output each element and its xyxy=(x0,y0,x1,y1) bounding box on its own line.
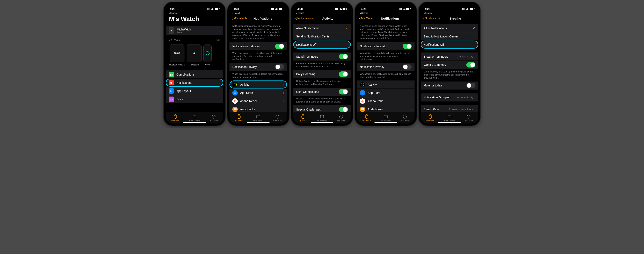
gallery-icon xyxy=(320,114,324,119)
row-notifications[interactable]: ◉ Notifications xyxy=(166,79,223,87)
row-allow-notifications[interactable]: Allow Notifications xyxy=(421,24,478,32)
toggle-coaching[interactable] xyxy=(339,71,348,77)
face-activity[interactable]: Activi xyxy=(203,44,212,66)
row-breathe-reminders[interactable]: Breathe Reminders 2 times a day xyxy=(421,53,478,61)
face-infograph[interactable]: 🕙 Infograph xyxy=(187,44,202,66)
chevron-right-icon xyxy=(283,83,284,86)
notch xyxy=(180,2,209,8)
back-to-search[interactable]: Search xyxy=(421,12,478,14)
tab-my-watch[interactable]: My Watch xyxy=(166,112,185,124)
row-breath-rate[interactable]: Breath Rate 7 breaths per minute xyxy=(421,105,478,112)
nav-title: Activity xyxy=(307,17,349,20)
edit-faces-button[interactable]: Edit xyxy=(216,39,220,42)
row-app-audiobooks[interactable]: 📖 Audiobooks xyxy=(357,105,414,112)
toggle-privacy[interactable] xyxy=(402,64,412,70)
row-daily-coaching[interactable]: Daily Coaching xyxy=(293,70,351,78)
battery-icon xyxy=(279,8,283,10)
row-app-asana[interactable]: ◐ Asana Rebel xyxy=(230,97,287,105)
svg-rect-21 xyxy=(430,114,431,115)
tab-my-watch[interactable]: My Watch xyxy=(230,112,248,124)
indicator-desc: When this is on, a red dot will appear a… xyxy=(357,51,414,63)
row-complications[interactable]: ◧ Complications xyxy=(166,70,223,79)
svg-rect-6 xyxy=(238,114,240,115)
row-notifications-off[interactable]: Notifications Off xyxy=(421,41,478,49)
svg-rect-10 xyxy=(302,115,304,118)
appstore-icon xyxy=(466,114,471,119)
complications-icon: ◧ xyxy=(168,72,174,77)
row-app-activity[interactable]: Activity xyxy=(357,81,414,89)
battery-icon xyxy=(470,8,474,10)
tab-my-watch[interactable]: My Watch xyxy=(421,112,440,124)
svg-rect-20 xyxy=(429,115,432,118)
tab-app-store[interactable]: App Store xyxy=(204,112,223,124)
toggle-privacy[interactable] xyxy=(275,64,284,70)
back-to-search[interactable]: Search xyxy=(293,12,351,14)
my-faces-header: MY FACES Edit xyxy=(166,36,223,43)
appstore-icon xyxy=(212,114,216,119)
activity-icon xyxy=(232,82,238,87)
row-app-appstore[interactable]: A App Store xyxy=(230,89,287,97)
gallery-icon xyxy=(256,114,260,119)
row-special-challenges[interactable]: Special Challenges xyxy=(293,105,351,112)
checkmark-icon xyxy=(345,26,348,30)
row-weekly-summary[interactable]: Weekly Summary xyxy=(421,61,478,69)
row-send-notification-center[interactable]: Send to Notification Center xyxy=(421,32,478,41)
clock: 4:28 xyxy=(234,8,239,11)
chevron-right-icon xyxy=(220,73,220,76)
toggle-indicator[interactable] xyxy=(275,44,284,49)
back-to-search[interactable]: Search xyxy=(230,12,287,14)
row-send-notification-center[interactable]: Send to Notification Center xyxy=(293,32,351,41)
watch-faces-row[interactable]: 10:09 Infograph Modular 🕙 Infograph Acti… xyxy=(166,43,223,68)
tab-app-store[interactable]: App Store xyxy=(459,112,478,124)
toggle-indicator[interactable] xyxy=(402,44,412,49)
watch-icon xyxy=(428,114,432,119)
row-app-layout[interactable]: ⊞ App Layout xyxy=(166,87,223,95)
watch-thumbnail: ⌚ xyxy=(168,27,174,34)
home-indicator[interactable] xyxy=(438,122,461,123)
svg-rect-1 xyxy=(174,114,176,115)
home-indicator[interactable] xyxy=(183,122,206,123)
indicator-desc: When this is on, a red dot will appear a… xyxy=(230,51,287,63)
home-indicator[interactable] xyxy=(374,122,397,123)
back-to-search[interactable]: Search xyxy=(166,12,223,14)
toggle-mute[interactable] xyxy=(466,83,476,88)
row-notifications-indicator[interactable]: Notifications Indicator xyxy=(357,42,414,51)
tab-my-watch[interactable]: My Watch xyxy=(293,112,312,124)
audiobooks-icon: 📖 xyxy=(360,107,365,112)
signal-icon xyxy=(462,8,466,10)
svg-rect-12 xyxy=(302,118,304,119)
row-notification-grouping[interactable]: Notification Grouping Automatically xyxy=(421,93,478,102)
row-notifications-indicator[interactable]: Notifications Indicator xyxy=(230,42,287,51)
toggle-stand[interactable] xyxy=(339,54,348,59)
row-app-audiobooks[interactable]: 📖 Audiobooks xyxy=(230,105,287,112)
row-app-asana[interactable]: ◐ Asana Rebel xyxy=(357,97,414,105)
home-indicator[interactable] xyxy=(311,122,333,123)
home-indicator[interactable] xyxy=(247,122,270,123)
tab-app-store[interactable]: App Store xyxy=(396,112,414,124)
row-app-appstore[interactable]: A App Store xyxy=(357,89,414,97)
row-notifications-off[interactable]: Notifications Off xyxy=(293,41,351,49)
toggle-special[interactable] xyxy=(339,107,348,112)
toggle-weekly[interactable] xyxy=(466,62,476,68)
svg-rect-22 xyxy=(430,118,431,119)
tab-app-store[interactable]: App Store xyxy=(332,112,351,124)
tab-my-watch[interactable]: My Watch xyxy=(357,112,376,124)
row-allow-notifications[interactable]: Allow Notifications xyxy=(293,24,351,32)
row-mute-today[interactable]: Mute for today xyxy=(421,82,478,90)
row-notification-privacy[interactable]: Notification Privacy xyxy=(230,63,287,71)
row-dock[interactable]: ▭ Dock xyxy=(166,95,223,103)
row-stand-reminders[interactable]: Stand Reminders xyxy=(293,53,351,61)
back-to-search[interactable]: Search xyxy=(357,12,414,14)
row-notification-privacy[interactable]: Notification Privacy xyxy=(357,63,414,71)
toggle-goal[interactable] xyxy=(339,89,348,95)
face-infograph-modular[interactable]: 10:09 Infograph Modular xyxy=(168,44,185,66)
paired-watch-row[interactable]: ⌚ MichWatch 44mm xyxy=(166,26,223,36)
tab-app-store[interactable]: App Store xyxy=(268,112,287,124)
page-title: M's Watch xyxy=(166,14,223,26)
svg-rect-15 xyxy=(366,115,368,118)
signal-icon xyxy=(399,8,402,10)
activity-icon xyxy=(360,82,365,87)
svg-rect-18 xyxy=(384,115,388,118)
row-app-activity[interactable]: Activity xyxy=(230,81,287,89)
row-goal-completions[interactable]: Goal Completions xyxy=(293,88,351,96)
